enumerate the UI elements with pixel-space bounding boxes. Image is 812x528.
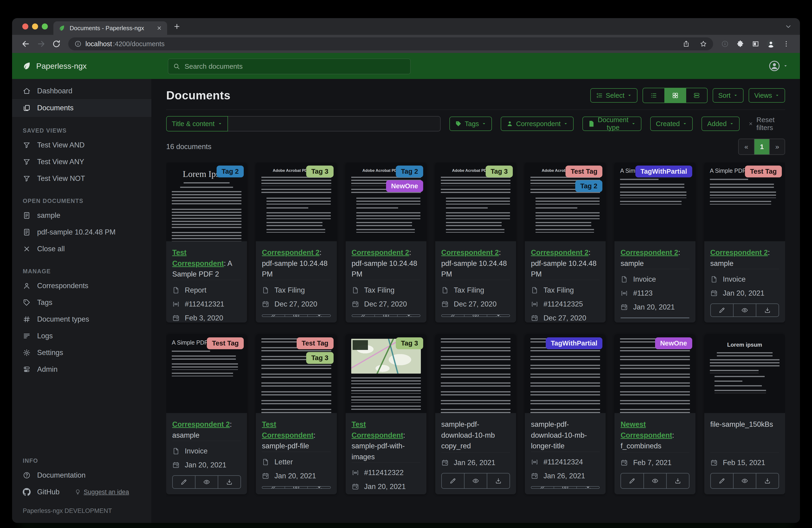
preview-button[interactable] [643,473,666,488]
document-thumbnail[interactable]: Test TagA Simple PDF File [166,334,247,413]
next-page-button[interactable]: » [769,139,785,154]
sidebar-item-correspondents[interactable]: Correspondents [12,277,151,294]
download-button[interactable] [307,487,330,488]
grid-view-button[interactable] [664,88,686,103]
side-panel-icon[interactable] [749,37,762,51]
correspondent-link[interactable]: Correspondent 2 [352,248,409,257]
extensions-puzzle-icon[interactable] [734,37,747,51]
tag-badge[interactable]: Test Tag [297,337,334,349]
sidebar-item-github[interactable]: GitHubSuggest an idea [12,484,151,500]
list-view-button[interactable] [643,88,664,103]
tag-badge[interactable]: NewOne [386,180,423,192]
edit-button[interactable] [711,304,733,316]
correspondent-link[interactable]: Correspondent 2 [262,248,319,257]
filter-created-button[interactable]: Created [650,117,693,131]
download-button[interactable] [756,304,779,316]
sidebar-item-settings[interactable]: Settings [12,344,151,361]
app-brand[interactable]: Paperless-ngx [12,61,87,71]
correspondent-link[interactable]: Test Correspondent [352,420,403,439]
sidebar-item-test-view-and[interactable]: Test View AND [12,137,151,154]
sidebar-item-tags[interactable]: Tags [12,294,151,311]
edit-button[interactable] [621,473,643,488]
tag-badge[interactable]: TagWithPartial [546,337,603,349]
download-button[interactable] [487,315,509,317]
document-thumbnail[interactable]: Tag 2NewOneAdobe Acrobat PDF Files [346,162,426,241]
tag-badge[interactable]: Tag 3 [396,337,423,349]
select-button[interactable]: Select [590,88,637,103]
bookmark-star-icon[interactable] [700,40,707,47]
reset-filters-button[interactable]: Reset filters [749,116,785,132]
filter-document-type-button[interactable]: Document type [582,117,641,131]
tag-badge[interactable]: Tag 3 [485,166,513,177]
zoom-window-button[interactable] [42,24,48,29]
sidebar-item-close-all[interactable]: Close all [12,241,151,257]
document-thumbnail[interactable]: Test TagTag 3 [256,334,337,413]
edit-button[interactable] [531,487,554,488]
download-button[interactable] [756,473,779,488]
edit-button[interactable] [442,473,464,488]
sidebar-item-test-view-not[interactable]: Test View NOT [12,170,151,187]
sort-button[interactable]: Sort [713,88,743,103]
correspondent-link[interactable]: Newest Correspondent [621,420,672,439]
tag-badge[interactable]: Test Tag [565,166,603,177]
edit-button[interactable] [352,315,374,317]
correspondent-link[interactable]: Correspondent 2 [531,248,589,257]
new-tab-button[interactable] [173,18,180,35]
tag-badge[interactable]: Tag 2 [396,166,423,177]
download-button[interactable] [307,315,330,317]
download-button[interactable] [487,473,509,488]
document-thumbnail[interactable]: Test TagA Simple PDF File [704,162,785,241]
correspondent-link[interactable]: Test Correspondent [262,420,314,439]
correspondent-link[interactable]: Test Correspondent [172,248,224,268]
tag-badge[interactable]: TagWithPartial [635,166,692,177]
close-window-button[interactable] [22,24,28,29]
preview-button[interactable] [464,315,487,317]
password-extension-icon[interactable] [718,37,732,51]
preview-button[interactable] [285,315,307,317]
sidebar-item-logs[interactable]: Logs [12,328,151,344]
download-button[interactable] [218,476,241,488]
tag-badge[interactable]: Tag 2 [217,166,244,177]
edit-button[interactable] [262,315,285,317]
preview-button[interactable] [733,304,756,316]
tab-search-button[interactable] [785,18,792,35]
sidebar-item-admin[interactable]: Admin [12,361,151,378]
preview-button[interactable] [643,318,666,318]
filter-search-input[interactable] [228,116,440,131]
site-info-icon[interactable] [74,40,82,47]
reload-button[interactable] [50,37,63,51]
download-button[interactable] [666,473,689,488]
close-tab-icon[interactable] [157,25,162,31]
browser-menu-icon[interactable] [780,37,793,51]
minimize-window-button[interactable] [32,24,38,29]
document-thumbnail[interactable]: Tag 3 [346,334,426,413]
suggest-idea-link[interactable]: Suggest an idea [75,488,129,496]
sidebar-item-documents[interactable]: Documents [12,99,151,117]
tag-badge[interactable]: Tag 2 [575,180,603,192]
preview-button[interactable] [733,473,756,488]
sidebar-item-pdf-sample-10-24-48-pm[interactable]: pdf-sample 10.24.48 PM [12,224,151,241]
sidebar-item-document-types[interactable]: Document types [12,311,151,328]
filter-correspondent-button[interactable]: Correspondent [501,117,574,131]
download-button[interactable] [397,315,420,317]
correspondent-link[interactable]: Correspondent 2 [441,248,499,257]
document-thumbnail[interactable]: Tag 2Lorem Ipsum [166,162,247,241]
preview-button[interactable] [554,487,576,488]
document-thumbnail[interactable] [435,334,516,413]
correspondent-link[interactable]: Correspondent 2 [172,420,230,428]
correspondent-link[interactable]: Correspondent 2 [621,248,678,257]
edit-button[interactable] [711,473,733,488]
share-icon[interactable] [682,40,690,47]
current-page-button[interactable]: 1 [754,139,769,154]
browser-profile-avatar[interactable] [764,37,778,51]
filter-added-button[interactable]: Added [701,117,740,131]
preview-button[interactable] [285,487,307,488]
document-thumbnail[interactable]: Tag 3Adobe Acrobat PDF Files [256,162,337,241]
detail-view-button[interactable] [686,88,707,103]
browser-tab[interactable]: Documents - Paperless-ngx [53,22,167,35]
download-button[interactable] [576,487,599,488]
tag-badge[interactable]: Tag 3 [306,352,334,364]
tag-badge[interactable]: Test Tag [745,166,782,177]
preview-button[interactable] [195,476,218,488]
document-thumbnail[interactable]: Tag 3Adobe Acrobat PDF Files [435,162,516,241]
